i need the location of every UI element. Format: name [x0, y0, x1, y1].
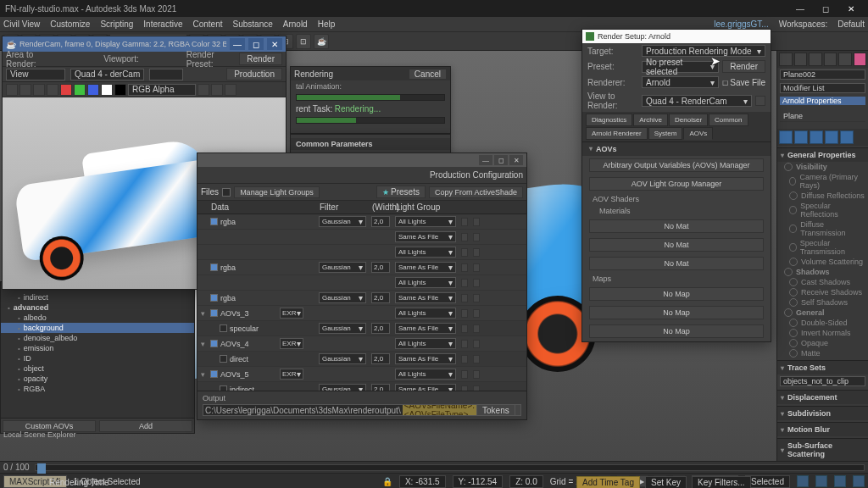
modifier-list-dropdown[interactable]: Modifier List: [780, 83, 865, 93]
menu-item[interactable]: Arnold: [283, 19, 308, 29]
menu-item[interactable]: Civil View: [3, 19, 40, 29]
nomat-button[interactable]: No Mat: [589, 257, 764, 270]
menu-item[interactable]: Substance: [233, 19, 273, 29]
tool-icon[interactable]: [225, 84, 236, 96]
tab-diagnostics[interactable]: Diagnostics: [586, 114, 632, 126]
gen-option[interactable]: Opaque: [777, 338, 868, 348]
gen-option[interactable]: Invert Normals: [777, 328, 868, 338]
stack-icon[interactable]: [779, 130, 793, 144]
blue-channel-icon[interactable]: [87, 84, 99, 96]
tree-item[interactable]: opacity: [1, 374, 194, 384]
aov-row[interactable]: ▾AOVs_4EXR▾All Lights▾: [198, 336, 526, 352]
close-button[interactable]: ✕: [267, 38, 282, 50]
nomat-button[interactable]: No Mat: [589, 238, 764, 252]
selected-dropdown[interactable]: Selected: [745, 475, 790, 488]
aov-row[interactable]: ▾AOVs_5EXR▾All Lights▾: [198, 367, 526, 382]
display-tab-icon[interactable]: [838, 53, 852, 66]
modifier-item[interactable]: Plane: [780, 110, 865, 122]
green-channel-icon[interactable]: [74, 84, 86, 96]
time-slider[interactable]: [35, 464, 865, 471]
close-button[interactable]: ✕: [509, 155, 523, 165]
clear-icon[interactable]: [47, 84, 58, 96]
rollout-general-properties[interactable]: General Properties: [777, 147, 868, 162]
renderer-dropdown[interactable]: Arnold▾: [642, 76, 719, 88]
shadow-option[interactable]: Cast Shadows: [777, 277, 868, 287]
vis-option[interactable]: Diffuse Reflections: [777, 191, 868, 201]
vis-option[interactable]: Camera (Primary Rays): [777, 172, 868, 191]
shadow-option[interactable]: Receive Shadows: [777, 287, 868, 297]
vis-option[interactable]: Volume Scattering: [777, 257, 868, 267]
target-dropdown[interactable]: Production Rendering Mode▾: [642, 45, 765, 57]
add-time-tag[interactable]: Add Time Tag: [576, 476, 640, 489]
viewport-dropdown[interactable]: Quad 4 - derCam: [70, 69, 144, 80]
nomap-button[interactable]: No Map: [589, 287, 764, 301]
stack-icon[interactable]: [810, 130, 823, 144]
tree-item[interactable]: ID: [1, 353, 194, 363]
vis-option[interactable]: Specular Reflections: [777, 201, 868, 219]
tree-group[interactable]: advanced: [1, 302, 194, 313]
tokens-button[interactable]: Tokens: [476, 405, 515, 415]
browse-icon[interactable]: ⋯: [515, 405, 521, 415]
nomap-button[interactable]: No Map: [589, 306, 764, 319]
tree-item[interactable]: emission: [1, 343, 194, 353]
vis-option[interactable]: Specular Transmission: [777, 238, 868, 257]
save-icon[interactable]: [6, 84, 18, 96]
menu-item[interactable]: Content: [192, 19, 222, 29]
modify-tab-icon[interactable]: [794, 53, 808, 66]
tab-arnold[interactable]: Arnold Renderer: [586, 127, 648, 140]
rollout[interactable]: Displacement: [777, 390, 868, 404]
tab-system[interactable]: System: [648, 127, 683, 140]
vis-option[interactable]: Diffuse Transmission: [777, 219, 868, 238]
aov-row[interactable]: rgbaGaussian▾2,0All Lights▾: [198, 214, 526, 230]
motion-tab-icon[interactable]: [824, 53, 837, 66]
create-tab-icon[interactable]: [779, 53, 793, 66]
minimize-button[interactable]: —: [230, 38, 245, 50]
tab-archive[interactable]: Archive: [633, 114, 668, 126]
utilities-tab-icon[interactable]: [854, 53, 867, 66]
save-file-checkbox[interactable]: ☐ Save File: [722, 78, 765, 87]
rollout-trace-sets[interactable]: Trace Sets: [777, 360, 868, 374]
tool-icon[interactable]: [198, 84, 209, 96]
red-channel-icon[interactable]: [60, 84, 72, 96]
nav-icon[interactable]: [815, 475, 827, 487]
nav-icon[interactable]: [853, 475, 865, 487]
alpha-channel-icon[interactable]: [101, 84, 113, 96]
key-filters-button[interactable]: Key Filters...: [692, 476, 751, 489]
render-button[interactable]: Render: [239, 53, 282, 65]
view-dropdown[interactable]: Quad 4 - RenderCam▾: [642, 95, 752, 107]
output-path-field[interactable]: C:\Users\legrigga\Documents\3dsMax\rende…: [203, 404, 521, 416]
aov-row[interactable]: ▾AOVs_3EXR▾All Lights▾: [198, 306, 526, 321]
aov-row[interactable]: rgbaGaussian▾2,0Same As File▾: [198, 260, 526, 275]
hierarchy-tab-icon[interactable]: [809, 53, 822, 66]
clone-icon[interactable]: [19, 84, 31, 96]
maximize-button[interactable]: ◻: [814, 2, 837, 15]
tool-icon[interactable]: [211, 84, 223, 96]
trace-sets-field[interactable]: objects_not_to_clip: [780, 376, 865, 386]
coord-y[interactable]: Y: -112.54: [453, 475, 504, 488]
coord-x[interactable]: X: -631.5: [399, 475, 446, 488]
preset-dropdown[interactable]: [149, 69, 183, 80]
add-button[interactable]: Add: [99, 420, 192, 432]
aov-row[interactable]: rgbaGaussian▾2,0Same As File▾: [198, 291, 526, 306]
minimize-button[interactable]: —: [788, 2, 812, 15]
menu-item[interactable]: Interactive: [143, 19, 182, 29]
mode-dropdown[interactable]: Production: [226, 68, 282, 80]
tree-item[interactable]: albedo: [1, 313, 194, 323]
tree-item[interactable]: indirect: [1, 292, 194, 302]
preset-dropdown[interactable]: No preset selected▾: [642, 61, 719, 73]
nav-icon[interactable]: [834, 475, 846, 487]
tree-item[interactable]: object: [1, 363, 194, 374]
modifier-item-selected[interactable]: Arnold Properties: [780, 97, 865, 105]
local-scene-explorer-label[interactable]: Local Scene Explorer: [3, 430, 76, 439]
tool-icon[interactable]: ⊡: [296, 34, 311, 49]
setkey-button[interactable]: Set Key: [645, 476, 687, 489]
gen-option[interactable]: Matte: [777, 348, 868, 358]
tree-item-selected[interactable]: background: [1, 323, 194, 333]
mlg-checkbox[interactable]: [222, 188, 231, 197]
maximize-button[interactable]: ◻: [248, 38, 264, 50]
rollout[interactable]: Sub-Surface Scattering: [777, 438, 868, 461]
nav-icon[interactable]: [797, 475, 809, 487]
tree-item[interactable]: RGBA: [1, 384, 194, 394]
lock-icon[interactable]: 🔒: [382, 477, 392, 486]
copy-activeshade-button[interactable]: Copy From ActiveShade: [429, 186, 523, 198]
